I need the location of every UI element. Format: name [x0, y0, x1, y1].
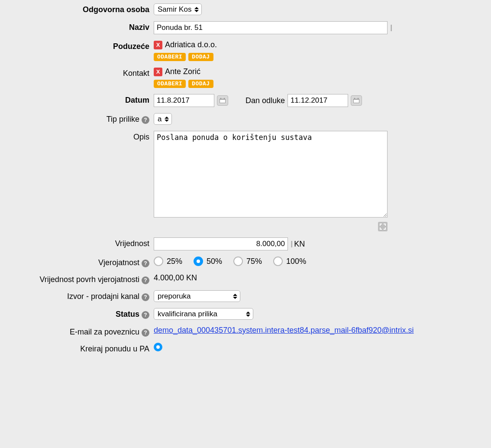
- resize-handle-icon[interactable]: ||: [291, 240, 291, 248]
- company-select-button[interactable]: ODABERI: [154, 53, 186, 61]
- probability-label-100: 100%: [286, 257, 306, 266]
- resize-handle-icon[interactable]: ||: [390, 24, 391, 32]
- label-company: Poduzeće: [9, 40, 154, 51]
- probability-label-25: 25%: [167, 257, 182, 266]
- probability-label-75: 75%: [246, 257, 262, 266]
- label-status: Status ?: [9, 308, 154, 319]
- svg-rect-2: [224, 98, 225, 99]
- label-description: Opis: [9, 131, 154, 142]
- value-over-prob-value: 4.000,00 KN: [154, 273, 197, 282]
- contact-add-button[interactable]: DODAJ: [188, 80, 213, 88]
- probability-radio-group: 25% 50% 75% 100%: [154, 256, 306, 266]
- help-icon[interactable]: ?: [142, 293, 149, 301]
- contact-value: Ante Zorić: [165, 67, 200, 76]
- label-opportunity-type: Tip prilike ?: [9, 113, 154, 124]
- remove-company-button[interactable]: X: [154, 41, 162, 49]
- company-value: Adriatica d.o.o.: [165, 40, 217, 49]
- source-select[interactable]: preporuka: [154, 290, 240, 302]
- help-icon[interactable]: ?: [142, 329, 149, 337]
- probability-radio-25[interactable]: [154, 256, 163, 266]
- calendar-icon[interactable]: [217, 95, 228, 106]
- status-select[interactable]: kvalificirana prilika: [154, 308, 253, 320]
- label-contact: Kontakt: [9, 67, 154, 78]
- label-probability: Vjerojatnost ?: [9, 256, 154, 267]
- label-date: Datum: [9, 94, 154, 105]
- remove-contact-button[interactable]: X: [154, 68, 162, 76]
- probability-radio-75[interactable]: [233, 256, 243, 266]
- label-email: E-mail za poveznicu ?: [9, 326, 154, 337]
- opportunity-type-select[interactable]: a: [154, 113, 172, 125]
- email-link[interactable]: demo_data_000435701.system.intera-test84…: [154, 326, 414, 335]
- svg-rect-5: [354, 98, 355, 99]
- label-value-over-prob: Vrijednost povrh vjerojatnosti ?: [9, 273, 154, 284]
- responsible-select[interactable]: Samir Kos: [154, 3, 202, 15]
- label-decision-day: Dan odluke: [246, 96, 285, 105]
- currency-label: KN: [294, 240, 305, 249]
- company-add-button[interactable]: DODAJ: [188, 53, 213, 61]
- svg-rect-7: [354, 100, 359, 103]
- help-icon[interactable]: ?: [142, 260, 149, 267]
- description-textarea[interactable]: Poslana ponuda o korištenju sustava: [154, 131, 388, 218]
- expand-icon[interactable]: [378, 222, 388, 231]
- label-responsible: Odgovorna osoba: [9, 3, 154, 14]
- label-source: Izvor - prodajni kanal ?: [9, 290, 154, 301]
- calendar-icon[interactable]: [351, 95, 362, 106]
- help-icon[interactable]: ?: [142, 311, 149, 319]
- label-create-pa: Kreiraj ponudu u PA: [9, 343, 154, 354]
- decision-date-input[interactable]: [287, 94, 348, 107]
- create-pa-radio[interactable]: [154, 343, 162, 351]
- contact-select-button[interactable]: ODABERI: [154, 80, 186, 88]
- date-input[interactable]: [154, 94, 214, 107]
- help-icon[interactable]: ?: [142, 116, 149, 124]
- value-input[interactable]: [154, 237, 288, 250]
- opportunity-form: Odgovorna osoba Samir Kos Naziv || Poduz…: [0, 0, 491, 368]
- svg-rect-6: [358, 98, 359, 99]
- probability-radio-50[interactable]: [194, 256, 203, 266]
- name-input[interactable]: [154, 21, 388, 34]
- probability-label-50: 50%: [207, 257, 222, 266]
- probability-radio-100[interactable]: [273, 256, 283, 266]
- svg-rect-1: [220, 98, 221, 99]
- help-icon[interactable]: ?: [142, 276, 149, 284]
- label-name: Naziv: [9, 21, 154, 32]
- label-value: Vrijednost: [9, 237, 154, 248]
- svg-rect-3: [220, 100, 225, 103]
